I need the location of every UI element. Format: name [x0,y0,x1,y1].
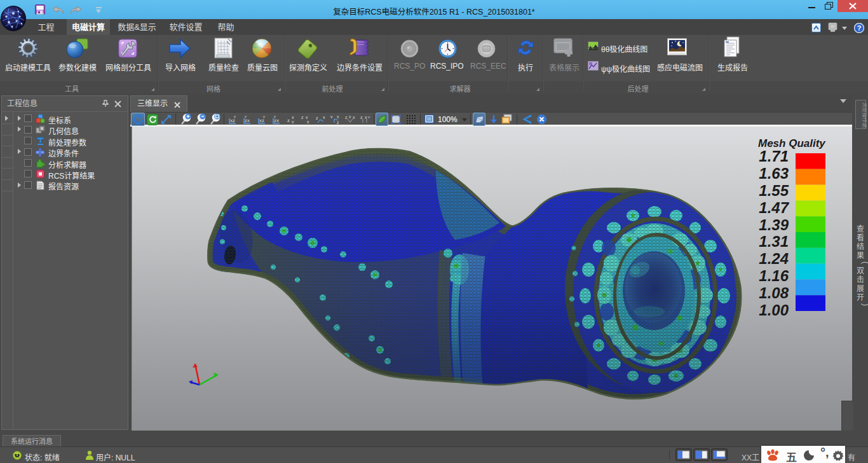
svg-text:z: z [316,116,318,120]
svg-text:y: y [274,114,276,118]
svg-text:zx: zx [245,118,250,123]
svg-text:v: v [292,120,294,124]
svg-text:v: v [349,114,351,119]
svg-text:y: y [263,114,265,118]
svg-text:1.24: 1.24 [759,250,789,267]
svg-text:浏览操作说明: 浏览操作说明 [862,102,867,128]
svg-text:开: 开 [857,293,864,302]
svg-text:x: x [292,115,294,120]
svg-text:xz: xz [259,118,264,123]
svg-text:结: 结 [857,242,864,251]
svg-text:y: y [245,114,247,118]
svg-text:z: z [345,115,348,120]
svg-text:1.63: 1.63 [759,165,789,182]
svg-text:看: 看 [857,233,864,242]
svg-text:x: x [307,120,309,124]
svg-text:1.00: 1.00 [759,301,789,319]
svg-text:果: 果 [857,251,864,260]
svg-text:x: x [353,115,355,120]
svg-text:x: x [337,114,339,119]
svg-text:查: 查 [857,225,864,233]
svg-text:1.39: 1.39 [759,216,789,233]
svg-text:zx: zx [274,118,279,123]
svg-text:1.47: 1.47 [759,199,789,216]
svg-text:z: z [337,120,339,125]
svg-text:(: ( [861,261,868,264]
svg-text:z: z [360,115,363,120]
svg-text:v: v [306,115,308,120]
svg-text:1.55: 1.55 [759,182,789,199]
svg-text:v: v [368,115,370,119]
svg-text:展: 展 [857,284,864,293]
svg-text:y: y [234,114,236,118]
svg-text:z: z [287,118,290,123]
svg-text:1.16: 1.16 [759,267,789,284]
svg-text:x: x [323,115,325,120]
svg-text:1.08: 1.08 [759,284,789,301]
svg-text:1.31: 1.31 [759,233,789,250]
svg-text:x: x [365,115,367,120]
svg-text:v: v [330,114,333,119]
svg-text:1.71: 1.71 [759,148,789,165]
svg-text:?: ? [857,24,862,32]
svg-text:击: 击 [857,275,864,284]
svg-text:z: z [301,115,304,120]
svg-text:): ) [861,303,868,306]
svg-text:双: 双 [857,266,864,275]
svg-text:xz: xz [230,118,235,123]
